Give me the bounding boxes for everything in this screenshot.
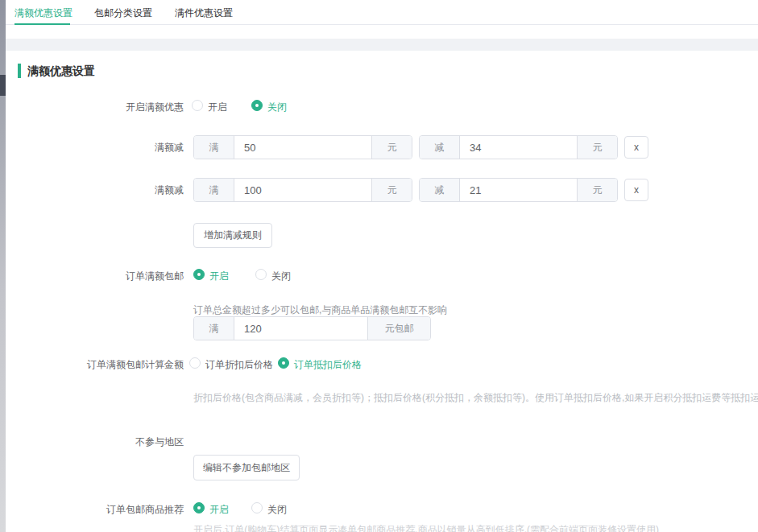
tab-full-piece-discount[interactable]: 满件优惠设置 <box>175 6 233 20</box>
settings-panel: 满额优惠设置 开启满额优惠 开启 关闭 满额减 满 元 减 元 x 满额减 满 … <box>6 51 758 532</box>
free-shipping-tip: 订单总金额超过多少可以包邮,与商品单品满额包邮互不影响 <box>193 303 447 317</box>
page: 满额优惠设置 包邮分类设置 满件优惠设置 满额优惠设置 开启满额优惠 开启 关闭… <box>0 0 758 532</box>
rule1-discount-group: 减 元 <box>419 135 618 159</box>
section-title: 满额优惠设置 <box>27 64 95 79</box>
rule2-remove-button[interactable]: x <box>624 179 648 201</box>
recommend-radio-off-label[interactable]: 关闭 <box>267 503 287 517</box>
free-shipping-threshold-append: 元包邮 <box>367 317 430 340</box>
free-shipping-threshold-group: 满 元包邮 <box>193 316 431 340</box>
rule1-remove-button[interactable]: x <box>624 136 648 159</box>
calc-amount-radio-discounted-label[interactable]: 订单折扣后价格 <box>205 358 273 372</box>
free-shipping-radio-off[interactable] <box>255 269 267 280</box>
rule2-threshold-prepend: 满 <box>194 179 234 201</box>
calc-amount-radio-discounted[interactable] <box>189 357 201 369</box>
rule2-threshold-group: 满 元 <box>193 178 412 202</box>
rule1-threshold-input[interactable] <box>234 136 371 159</box>
recommend-tip: 开启后,订单(购物车)结算页面显示凑单包邮商品推荐,商品以销量从高到低排序,(需… <box>193 523 659 532</box>
free-shipping-radio-on-label[interactable]: 开启 <box>209 270 229 283</box>
rule2-threshold-input[interactable] <box>234 179 371 201</box>
rule1-threshold-prepend: 满 <box>194 136 234 159</box>
section-accent-bar <box>18 64 21 78</box>
tabs-divider <box>6 24 758 25</box>
sidebar-menu-icon <box>0 75 6 96</box>
excluded-region-label: 不参与地区 <box>6 435 184 449</box>
free-shipping-label: 订单满额包邮 <box>6 270 184 283</box>
collapsed-sidebar-edge <box>0 0 6 532</box>
free-shipping-threshold-input[interactable] <box>234 317 367 340</box>
rule-row-label: 满额减 <box>6 184 184 197</box>
rule1-discount-input[interactable] <box>460 136 577 159</box>
tabs-bar: 满额优惠设置 包邮分类设置 满件优惠设置 <box>6 0 758 39</box>
rule1-discount-prepend: 减 <box>420 136 460 159</box>
free-shipping-radio-on[interactable] <box>193 269 205 280</box>
tab-full-amount-discount[interactable]: 满额优惠设置 <box>14 6 72 20</box>
add-rule-button[interactable]: 增加满减规则 <box>193 223 272 248</box>
recommend-label: 订单包邮商品推荐 <box>6 503 184 517</box>
recommend-radio-on-label[interactable]: 开启 <box>209 503 229 517</box>
enable-discount-label: 开启满额优惠 <box>6 101 184 114</box>
rule1-threshold-group: 满 元 <box>193 135 412 159</box>
rule2-discount-input[interactable] <box>460 179 577 201</box>
edit-excluded-region-button[interactable]: 编辑不参加包邮地区 <box>193 455 300 480</box>
enable-discount-radio-off[interactable] <box>251 100 263 111</box>
enable-discount-radio-on-label[interactable]: 开启 <box>208 101 227 114</box>
recommend-radio-on[interactable] <box>193 502 205 513</box>
rule2-threshold-append: 元 <box>371 179 412 201</box>
calc-amount-radio-deducted-label[interactable]: 订单抵扣后价格 <box>294 358 362 372</box>
rule1-threshold-append: 元 <box>371 136 412 159</box>
calc-amount-tip: 折扣后价格(包含商品满减，会员折扣等)；抵扣后价格(积分抵扣，余额抵扣等)。使用… <box>193 391 758 405</box>
free-shipping-radio-off-label[interactable]: 关闭 <box>271 270 291 283</box>
free-shipping-threshold-prepend: 满 <box>194 317 234 340</box>
calc-amount-label: 订单满额包邮计算金额 <box>6 358 184 372</box>
enable-discount-radio-off-label[interactable]: 关闭 <box>267 101 287 114</box>
enable-discount-radio-on[interactable] <box>192 100 203 111</box>
rule2-discount-group: 减 元 <box>419 178 618 202</box>
rule1-discount-append: 元 <box>577 136 617 159</box>
calc-amount-radio-deducted[interactable] <box>278 357 289 369</box>
rule-row-label: 满额减 <box>6 141 184 155</box>
rule2-discount-prepend: 减 <box>420 179 460 201</box>
recommend-radio-off[interactable] <box>251 502 263 513</box>
rule2-discount-append: 元 <box>577 179 617 201</box>
tab-free-shipping-category[interactable]: 包邮分类设置 <box>94 6 152 20</box>
active-tab-underline <box>14 23 70 25</box>
